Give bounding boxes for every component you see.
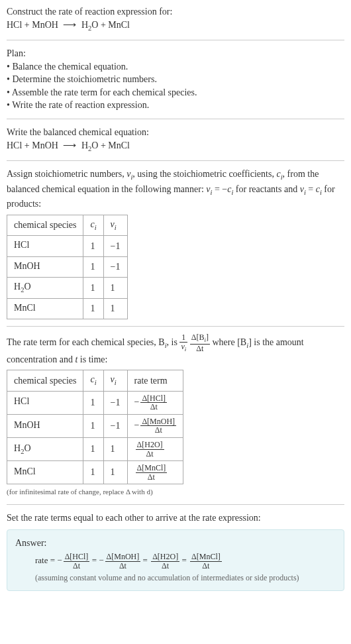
divider [7, 160, 344, 161]
col-species: chemical species [7, 215, 83, 235]
num: Δ[HCl] [140, 394, 167, 403]
cell-c: 1 [83, 414, 103, 437]
sp: H [14, 443, 21, 453]
balanced-heading: Write the balanced chemical equation: [7, 126, 344, 139]
cell-rate: −Δ[MnOH]Δt [127, 414, 183, 437]
text: = [306, 184, 316, 194]
stoich-table: chemical species ci νi HCl1−1 MnOH1−1 H2… [7, 215, 128, 319]
cell-c: 1 [83, 437, 103, 460]
cell-nu: 1 [103, 437, 127, 460]
text: Assign stoichiometric numbers, [7, 169, 126, 179]
frac: Δ[HCl]Δt [64, 553, 90, 570]
cell-species: MnCl [7, 298, 83, 319]
plan-item: Balance the chemical equation. [7, 60, 344, 74]
eq: = [92, 555, 99, 565]
plan-list: Balance the chemical equation. Determine… [7, 60, 344, 112]
cell-c: 1 [83, 278, 103, 298]
sp: O [24, 443, 30, 453]
frac: Δ[MnCl]Δt [136, 464, 168, 481]
den: Δt [151, 562, 179, 570]
text: , is [167, 337, 180, 347]
arrow-icon: ⟶ [60, 20, 79, 30]
sub-i: i [95, 223, 97, 231]
text: for reactants and [233, 184, 299, 194]
cell-rate: Δ[H2O]Δt [127, 437, 183, 460]
cell-species: HCl [7, 391, 83, 414]
db: Δ[B [191, 333, 205, 342]
den: Δt [140, 426, 176, 435]
sp: MnOH [14, 261, 40, 271]
sp: HCl [14, 396, 29, 406]
cell-nu: 1 [103, 298, 127, 319]
cell-nu: 1 [103, 461, 127, 484]
rate-expression: rate = −Δ[HCl]Δt = −Δ[MnOH]Δt = Δ[H2O]Δt… [15, 553, 336, 570]
num: Δ[MnOH] [140, 417, 176, 427]
eq-right-b: O + MnCl [91, 20, 130, 30]
frac: Δ[H2O]Δt [151, 553, 179, 570]
plan-item: Assemble the rate term for each chemical… [7, 86, 344, 99]
col-nu: νi [103, 215, 127, 235]
assumption-note: (assuming constant volume and no accumul… [15, 572, 336, 584]
answer-label: Answer: [15, 537, 336, 550]
eq-left: HCl + MnOH [7, 140, 58, 150]
text: where [B [213, 337, 247, 347]
col-nu: νi [103, 370, 127, 391]
table-row: MnCl11 [7, 298, 128, 319]
divider [7, 119, 344, 119]
frac: Δ[MnOH]Δt [140, 417, 176, 435]
cell-nu: −1 [103, 256, 127, 277]
table-row: MnOH1−1 [7, 256, 128, 277]
final-block: Set the rate terms equal to each other t… [7, 511, 344, 591]
sub-i: i [115, 379, 117, 386]
arrow-icon: ⟶ [60, 140, 79, 150]
plan-heading: Plan: [7, 47, 344, 60]
frac-one-over-nu: 1 νi [179, 333, 187, 352]
eq: = [181, 555, 189, 565]
divider [7, 504, 344, 505]
sp: HCl [14, 240, 29, 250]
sp: MnCl [14, 303, 36, 313]
table-row: HCl1−1−Δ[HCl]Δt [7, 391, 183, 414]
den: Δt [64, 562, 90, 570]
final-heading: Set the rate terms equal to each other t… [7, 511, 344, 525]
cell-rate: Δ[MnCl]Δt [127, 461, 183, 484]
den: Δt [140, 403, 167, 411]
question-equation: HCl + MnOH ⟶ H2O + MnCl [7, 19, 344, 33]
num: Δ[H2O] [151, 553, 179, 562]
sp: H [14, 282, 21, 292]
table-row: MnOH1−1−Δ[MnOH]Δt [7, 414, 183, 437]
rateterm-text: The rate term for each chemical species,… [7, 333, 344, 366]
stoich-block: Assign stoichiometric numbers, νi, using… [7, 168, 344, 319]
rateterm-note: (for infinitesimal rate of change, repla… [7, 487, 344, 497]
cell-c: 1 [83, 391, 103, 414]
question-block: Construct the rate of reaction expressio… [7, 5, 344, 33]
sub-i: i [115, 223, 117, 231]
table-header-row: chemical species ci νi [7, 215, 128, 235]
cell-nu: 1 [103, 278, 127, 298]
num: 1 [179, 333, 187, 343]
sp: O [24, 282, 30, 292]
frac: Δ[MnCl]Δt [190, 553, 222, 570]
num: Δ[MnCl] [136, 464, 168, 473]
balanced-block: Write the balanced chemical equation: HC… [7, 126, 344, 154]
rate-label: rate = [35, 555, 57, 565]
divider [7, 326, 344, 327]
cell-species: H2O [7, 437, 83, 460]
cell-nu: −1 [103, 391, 127, 414]
cell-c: 1 [83, 461, 103, 484]
frac: Δ[HCl]Δt [140, 394, 167, 411]
stoich-text: Assign stoichiometric numbers, νi, using… [7, 168, 344, 211]
text: The rate term for each chemical species,… [7, 337, 165, 347]
cell-c: 1 [83, 298, 103, 319]
neg: − [134, 420, 141, 430]
text: , using the stoichiometric coefficients, [132, 169, 276, 179]
cell-nu: −1 [103, 414, 127, 437]
col-species: chemical species [7, 370, 83, 391]
frac-db-dt: Δ[Bi] Δt [190, 333, 210, 352]
cell-species: HCl [7, 236, 83, 256]
cell-species: MnCl [7, 461, 83, 484]
neg: − [99, 555, 105, 565]
den: Δt [136, 473, 168, 482]
neg: − [57, 555, 63, 565]
sub-i: i [95, 379, 97, 386]
